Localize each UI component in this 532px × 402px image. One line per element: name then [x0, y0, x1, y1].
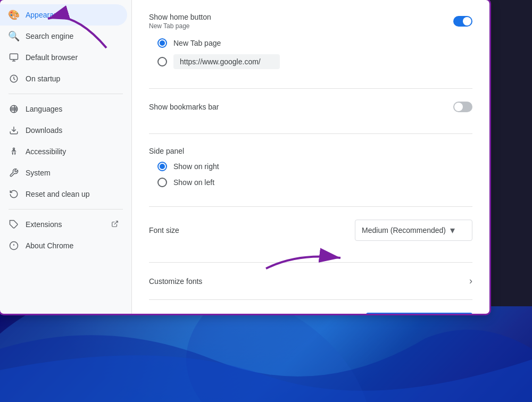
font-size-section: Font size Medium (Recommended) ▾ [149, 220, 472, 263]
radio-label-show-right: Show on right [173, 162, 219, 171]
bookmarks-bar-toggle[interactable] [453, 102, 472, 112]
font-size-value: Medium (Recommended) [362, 226, 446, 234]
sidebar-label-reset: Reset and clean up [26, 190, 119, 198]
main-content: Show home button New Tab page New Tab pa… [132, 0, 489, 314]
radio-btn-show-left[interactable] [157, 178, 167, 187]
radio-label-show-left: Show on left [173, 178, 214, 187]
radio-option-custom-url[interactable]: https://www.google.com/ [157, 54, 472, 69]
font-size-label: Font size [149, 226, 179, 234]
radio-option-new-tab[interactable]: New Tab page [157, 38, 472, 48]
page-zoom-dropdown-container: 100% ▾ 25% 33% 50% 67% 75% 80% 90% 100% … [366, 313, 472, 314]
downloads-icon [9, 125, 19, 136]
languages-icon [9, 104, 19, 114]
bookmarks-bar-label: Show bookmarks bar [149, 103, 219, 111]
radio-url-value: https://www.google.com/ [173, 54, 280, 69]
sidebar-label-languages: Languages [26, 105, 119, 113]
page-zoom-row: Page zoom 100% ▾ 25% 33% 50% 67% 75% 80%… [149, 313, 472, 314]
side-panel-section: Side panel Show on right Show on left [149, 147, 472, 207]
home-button-sublabel: New Tab page [149, 22, 211, 30]
sidebar-label-system: System [26, 169, 119, 177]
sidebar-label-about: About Chrome [26, 241, 119, 250]
browser-window: 🎨 Appearance 🔍 Search engine Default bro… [0, 0, 489, 314]
font-size-dropdown[interactable]: Medium (Recommended) ▾ [355, 220, 472, 241]
extensions-icon [9, 219, 19, 230]
sidebar-label-default-browser: Default browser [26, 53, 119, 62]
bookmarks-bar-row: Show bookmarks bar [149, 102, 472, 112]
default-browser-icon [9, 52, 19, 63]
sidebar-item-search-engine[interactable]: 🔍 Search engine [0, 26, 127, 47]
home-button-row: Show home button New Tab page [149, 13, 472, 30]
customize-fonts-arrow-icon: › [469, 275, 472, 287]
system-icon [9, 168, 19, 178]
radio-label-new-tab: New Tab page [173, 39, 221, 47]
page-zoom-section: Page zoom 100% ▾ 25% 33% 50% 67% 75% 80%… [149, 313, 472, 314]
sidebar-item-appearance[interactable]: 🎨 Appearance [0, 4, 127, 26]
radio-btn-new-tab[interactable] [157, 38, 167, 48]
font-size-arrow-icon: ▾ [450, 224, 455, 236]
bookmarks-bar-section: Show bookmarks bar [149, 102, 472, 134]
home-button-toggle[interactable] [453, 16, 472, 27]
reset-icon [9, 189, 19, 199]
font-size-row: Font size Medium (Recommended) ▾ [149, 220, 472, 241]
sidebar-item-on-startup[interactable]: On startup [0, 68, 127, 89]
side-panel-radio-group: Show on right Show on left [157, 162, 472, 187]
radio-btn-custom-url[interactable] [157, 57, 167, 66]
home-button-radio-group: New Tab page https://www.google.com/ [157, 38, 472, 69]
sidebar-divider-1 [9, 94, 123, 94]
sidebar-divider-2 [9, 209, 123, 210]
home-button-section: Show home button New Tab page New Tab pa… [149, 13, 472, 89]
svg-line-8 [114, 221, 118, 224]
sidebar-label-accessibility: Accessibility [26, 147, 119, 156]
sidebar-label-downloads: Downloads [26, 126, 119, 135]
customize-fonts-row[interactable]: Customize fonts › [149, 275, 472, 287]
sidebar-label-extensions: Extensions [26, 220, 109, 229]
sidebar-item-languages[interactable]: Languages [0, 98, 127, 120]
sidebar-label-search-engine: Search engine [26, 32, 119, 40]
customize-fonts-section: Customize fonts › [149, 275, 472, 300]
sidebar-item-system[interactable]: System [0, 162, 127, 183]
sidebar-item-about[interactable]: About Chrome [0, 235, 127, 256]
desktop-wallpaper [0, 306, 532, 402]
about-icon [9, 240, 19, 251]
radio-option-show-left[interactable]: Show on left [157, 178, 472, 187]
sidebar-item-accessibility[interactable]: Accessibility [0, 141, 127, 162]
settings-sidebar: 🎨 Appearance 🔍 Search engine Default bro… [0, 0, 132, 314]
accessibility-icon [9, 146, 19, 157]
search-engine-icon: 🔍 [9, 31, 19, 41]
page-zoom-dropdown[interactable]: 100% ▾ [366, 313, 472, 314]
appearance-icon: 🎨 [9, 10, 19, 20]
sidebar-item-reset[interactable]: Reset and clean up [0, 183, 127, 205]
sidebar-item-extensions[interactable]: Extensions [0, 214, 127, 235]
radio-btn-show-right[interactable] [157, 162, 167, 171]
home-button-label-group: Show home button New Tab page [149, 13, 211, 30]
side-panel-label: Side panel [149, 147, 472, 155]
sidebar-item-downloads[interactable]: Downloads [0, 120, 127, 141]
on-startup-icon [9, 73, 19, 84]
sidebar-label-on-startup: On startup [26, 74, 119, 83]
external-link-icon [111, 220, 119, 229]
home-button-label: Show home button [149, 13, 211, 21]
svg-rect-2 [10, 54, 18, 60]
radio-option-show-right[interactable]: Show on right [157, 162, 472, 171]
sidebar-label-appearance: Appearance [26, 11, 119, 19]
customize-fonts-label: Customize fonts [149, 277, 202, 286]
sidebar-item-default-browser[interactable]: Default browser [0, 47, 127, 68]
